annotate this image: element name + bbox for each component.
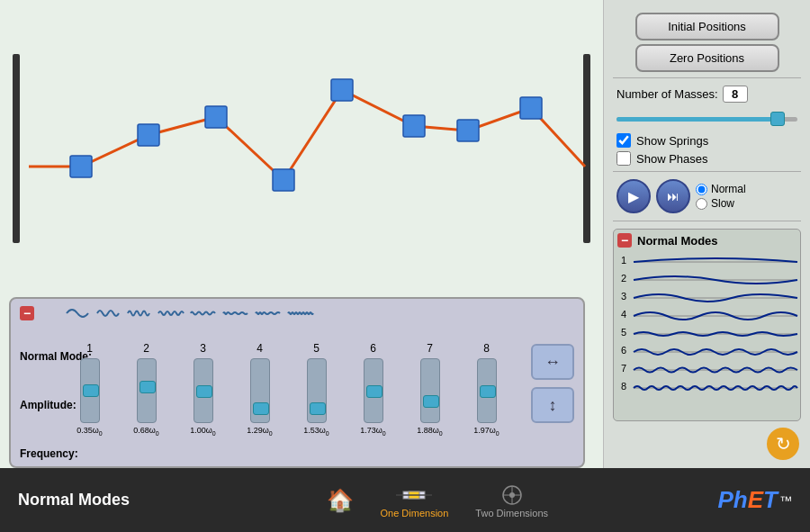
mode-col-7: 7 1.88ω0 [405, 342, 454, 437]
horizontal-arrows-button[interactable]: ↔ [531, 344, 574, 380]
normal-modes-heading: Normal Modes [637, 234, 718, 248]
mode-num-5: 5 [313, 342, 320, 355]
mode-num-2: 2 [143, 342, 149, 355]
wave-icon-4 [157, 303, 185, 323]
step-button[interactable]: ⏭ [656, 179, 690, 213]
bottom-navigation: 🏠 One Dimension Two Dimensions [157, 482, 718, 518]
slider-1[interactable] [80, 358, 100, 423]
wave-icon-8 [286, 303, 315, 323]
speed-normal-row[interactable]: Normal [696, 183, 746, 195]
zero-positions-button[interactable]: Zero Positions [635, 44, 779, 72]
show-springs-checkbox[interactable] [616, 133, 631, 148]
simulation-canvas [9, 27, 598, 252]
mass-8 [520, 97, 542, 119]
mode-col-8: 8 1.97ω0 [462, 342, 511, 437]
show-springs-row[interactable]: Show Springs [616, 133, 797, 148]
show-phases-checkbox[interactable] [616, 151, 631, 166]
vertical-arrows-button[interactable]: ↕ [531, 387, 574, 423]
app-title: Normal Modes [18, 491, 130, 509]
slider-thumb-3 [196, 385, 212, 398]
mass-2 [138, 124, 159, 146]
slider-thumb[interactable] [770, 112, 785, 126]
slider-7[interactable] [420, 358, 440, 423]
slider-6[interactable] [364, 358, 383, 423]
number-of-masses-row: Number of Masses: 8 [616, 86, 797, 103]
phet-logo-tm: ™ [779, 493, 792, 508]
mode-col-1: 1 0.35ω0 [65, 342, 114, 437]
speed-slow-radio[interactable] [696, 198, 707, 210]
play-button[interactable]: ▶ [616, 179, 651, 213]
wave-icon-3 [126, 303, 153, 323]
slider-5[interactable] [307, 358, 327, 423]
initial-positions-button[interactable]: Initial Positions [635, 13, 779, 41]
mass-3 [205, 106, 227, 128]
mode-col-5: 5 1.53ω0 [292, 342, 341, 437]
bottom-panel-collapse[interactable]: − [20, 306, 34, 320]
slider-thumb-8 [480, 385, 496, 398]
mode-label-3: 3 [621, 291, 626, 302]
mass-6 [403, 115, 425, 137]
mode-columns: 1 0.35ω0 2 0.68ω0 3 1.00ω0 [65, 342, 511, 437]
wave-icons-row [65, 303, 315, 323]
bottom-modes-panel: − Normal Mode: Amplitude: Frequency: 1 [9, 297, 585, 468]
speed-normal-label: Normal [711, 183, 746, 195]
mode-num-1: 1 [86, 342, 93, 355]
freq-2: 0.68ω0 [133, 426, 158, 437]
speed-normal-radio[interactable] [696, 184, 707, 195]
one-dimension-label: One Dimension [381, 508, 449, 518]
two-dimensions-label: Two Dimensions [475, 508, 548, 518]
collapse-icon[interactable]: − [617, 233, 632, 248]
mode-label-7: 7 [621, 363, 626, 374]
slider-3[interactable] [194, 358, 213, 423]
mode-num-6: 6 [370, 342, 376, 355]
mass-7 [457, 120, 479, 141]
home-nav-item[interactable]: 🏠 [327, 488, 354, 513]
freq-1: 0.35ω0 [76, 426, 102, 437]
number-of-masses-value: 8 [723, 86, 748, 103]
reload-button[interactable]: ↻ [767, 428, 799, 460]
slider-thumb-2 [140, 381, 156, 393]
bottom-minus-icon[interactable]: − [20, 306, 34, 320]
one-dimension-nav-item[interactable]: One Dimension [381, 482, 449, 518]
speed-slow-row[interactable]: Slow [696, 197, 746, 210]
freq-4: 1.29ω0 [247, 426, 272, 437]
mass-5 [331, 79, 353, 101]
wave-icon-6 [221, 303, 250, 323]
frequency-row-label: Frequency: [20, 441, 92, 466]
slider-thumb-6 [366, 385, 382, 398]
home-icon: 🏠 [327, 488, 354, 513]
slider-thumb-4 [253, 402, 269, 415]
show-phases-row[interactable]: Show Phases [616, 151, 797, 166]
mode-label-1: 1 [621, 255, 626, 266]
normal-modes-panel: − Normal Modes 1 2 3 4 5 [613, 229, 801, 421]
mode-col-6: 6 1.73ω0 [348, 342, 398, 437]
play-controls: ▶ ⏭ Normal Slow [616, 179, 797, 213]
masses-slider[interactable] [616, 110, 797, 128]
two-dimensions-nav-item[interactable]: Two Dimensions [475, 482, 548, 518]
wave-icon-7 [254, 303, 283, 323]
mode-col-3: 3 1.00ω0 [178, 342, 228, 437]
speed-options: Normal Slow [696, 183, 746, 210]
mass-1 [70, 156, 92, 177]
phet-logo: PhET ™ [718, 486, 792, 514]
wave-icon-1 [65, 303, 92, 323]
mode-col-2: 2 0.68ω0 [122, 342, 171, 437]
two-dimension-icon [494, 482, 530, 508]
slider-4[interactable] [250, 358, 270, 423]
mass-4 [273, 169, 294, 191]
show-springs-label: Show Springs [636, 134, 708, 148]
freq-3: 1.00ω0 [190, 426, 215, 437]
slider-fill [616, 117, 779, 122]
mode-label-6: 6 [621, 345, 626, 356]
show-phases-label: Show Phases [636, 152, 708, 166]
slider-8[interactable] [477, 358, 497, 423]
slider-2[interactable] [137, 358, 157, 423]
mode-num-3: 3 [200, 342, 206, 355]
freq-8: 1.97ω0 [473, 426, 499, 437]
mode-num-8: 8 [483, 342, 490, 355]
mode-num-4: 4 [256, 342, 263, 355]
normal-modes-waves: 1 2 3 4 5 6 7 [617, 251, 806, 413]
mode-label-5: 5 [621, 327, 626, 338]
freq-7: 1.88ω0 [417, 426, 442, 437]
mode-label-8: 8 [621, 381, 626, 392]
